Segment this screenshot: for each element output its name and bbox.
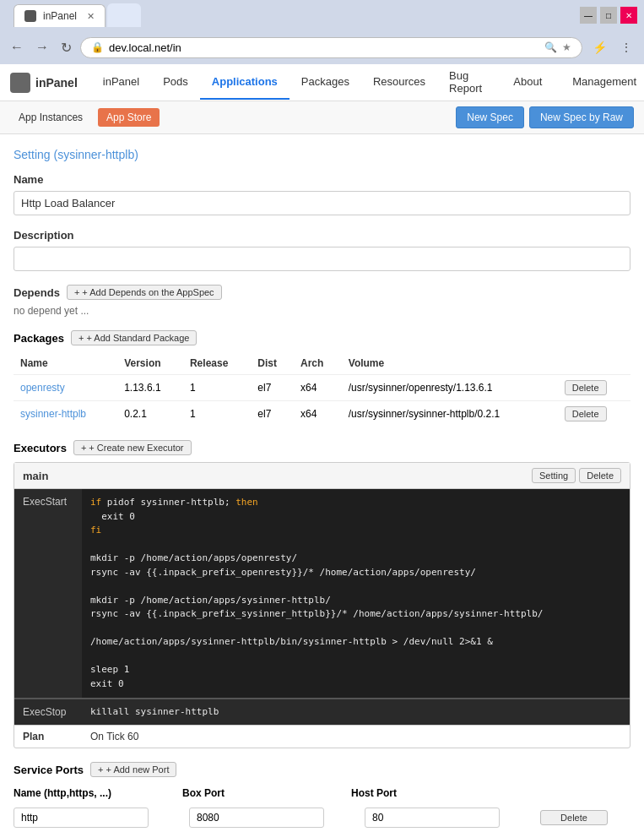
- pkg-name-link-1[interactable]: openresty: [20, 382, 65, 394]
- delete-pkg-1-button[interactable]: Delete: [565, 380, 607, 395]
- pkg-delete-2: Delete: [558, 401, 630, 427]
- nav-management[interactable]: Management: [560, 65, 644, 100]
- table-row: openresty 1.13.6.1 1 el7 x64 /usr/sysinn…: [14, 375, 630, 401]
- pkg-col-actions: [558, 352, 630, 375]
- logo-icon: [10, 73, 30, 93]
- no-depend-text: no depend yet ...: [14, 305, 630, 317]
- nav-item-packages[interactable]: Packages: [290, 65, 361, 100]
- pkg-name-2: sysinner-httplb: [14, 401, 117, 427]
- browser-titlebar: inPanel ✕ — □ ✕: [0, 0, 644, 30]
- sub-nav-app-instances[interactable]: App Instances: [10, 108, 91, 127]
- pkg-dist-2: el7: [251, 401, 294, 427]
- pkg-name-link-2[interactable]: sysinner-httplb: [20, 408, 86, 420]
- pkg-release-2: 1: [183, 401, 251, 427]
- app-logo: inPanel: [10, 73, 78, 93]
- name-input[interactable]: Http Load Balancer: [14, 191, 630, 215]
- minimize-button[interactable]: —: [580, 7, 597, 24]
- forward-button[interactable]: →: [32, 36, 52, 58]
- tab-close-button[interactable]: ✕: [87, 11, 95, 22]
- delete-pkg-2-button[interactable]: Delete: [565, 406, 607, 421]
- pkg-col-dist: Dist: [251, 352, 294, 375]
- nav-bug-report[interactable]: Bug Report: [437, 59, 495, 106]
- tab-favicon: [24, 10, 36, 22]
- menu-button[interactable]: ⋮: [615, 37, 637, 57]
- nav-item-resources[interactable]: Resources: [361, 65, 437, 100]
- executors-section: Executors + + Create new Executor main S…: [14, 440, 630, 748]
- add-standard-package-button[interactable]: + + Add Standard Package: [71, 330, 197, 345]
- browser-tab-active[interactable]: inPanel ✕: [14, 4, 106, 27]
- executor-setting-button[interactable]: Setting: [532, 468, 576, 483]
- exec-stop-row: ExecStop killall sysinner-httplb: [14, 699, 630, 725]
- ports-col-name: Name (http,https, ...): [14, 784, 182, 802]
- ports-col-box: Box Port: [182, 784, 351, 802]
- exec-plan-value: On Tick 60: [90, 731, 138, 742]
- description-label: Description: [14, 229, 630, 242]
- port-name-input-1[interactable]: [14, 808, 149, 828]
- app-nav: inPanel inPanel Pods Applications Packag…: [0, 64, 644, 101]
- depends-header: Depends + + Add Depends on the AppSpec: [14, 285, 630, 300]
- window-controls: — □ ✕: [580, 7, 637, 24]
- exec-start-row: ExecStart if pidof sysinner-httplb; then…: [14, 489, 630, 699]
- pkg-col-name: Name: [14, 352, 117, 375]
- pkg-col-release: Release: [183, 352, 251, 375]
- extension-button[interactable]: ⚡: [587, 37, 612, 57]
- exec-plan-row: Plan On Tick 60: [14, 725, 630, 748]
- create-executor-label: + Create new Executor: [89, 443, 183, 453]
- exec-plan-label: Plan: [23, 731, 90, 742]
- add-depends-button[interactable]: + + Add Depends on the AppSpec: [67, 285, 222, 300]
- delete-port-1-button[interactable]: Delete: [540, 810, 608, 825]
- ports-col-host: Host Port: [351, 784, 520, 802]
- exec-stop-label: ExecStop: [14, 699, 82, 725]
- add-standard-pkg-label: + Add Standard Package: [86, 333, 189, 343]
- tab-bar: inPanel ✕: [7, 3, 148, 27]
- port-box-input-1[interactable]: [189, 808, 324, 828]
- setting-title: Setting (sysinner-httplb): [14, 148, 630, 161]
- bookmark-icon: ★: [562, 41, 571, 53]
- nav-item-applications[interactable]: Applications: [200, 65, 290, 100]
- plus-icon: +: [74, 287, 79, 297]
- nav-right: Bug Report About Management System Admi.…: [437, 59, 644, 106]
- app-container: inPanel inPanel Pods Applications Packag…: [0, 64, 644, 832]
- pkg-version-1: 1.13.6.1: [117, 375, 183, 401]
- maximize-button[interactable]: □: [600, 7, 617, 24]
- description-input[interactable]: [14, 247, 630, 271]
- address-bar[interactable]: 🔒 dev.local.net/in 🔍 ★: [80, 37, 582, 58]
- name-label: Name: [14, 173, 630, 186]
- sub-nav-app-store[interactable]: App Store: [98, 108, 160, 127]
- service-ports-section: Service Ports + + Add new Port Name (htt…: [14, 762, 630, 832]
- executor-delete-button[interactable]: Delete: [579, 468, 621, 483]
- close-button[interactable]: ✕: [620, 7, 637, 24]
- executor-main-content: ExecStart if pidof sysinner-httplb; then…: [14, 489, 630, 725]
- nav-item-pods[interactable]: Pods: [151, 65, 200, 100]
- back-button[interactable]: ←: [7, 36, 27, 58]
- depends-section: Depends + + Add Depends on the AppSpec n…: [14, 285, 630, 317]
- pkg-volume-2: /usr/sysinner/sysinner-httplb/0.2.1: [342, 401, 558, 427]
- pkg-name-1: openresty: [14, 375, 117, 401]
- add-port-label: + Add new Port: [106, 764, 170, 775]
- refresh-button[interactable]: ↻: [57, 36, 75, 59]
- packages-header: Packages + + Add Standard Package: [14, 330, 630, 345]
- create-executor-button[interactable]: + + Create new Executor: [73, 440, 192, 455]
- nav-about[interactable]: About: [501, 65, 554, 100]
- add-depends-label: + Add Depends on the AppSpec: [82, 287, 214, 297]
- port-host-input-1[interactable]: [365, 808, 500, 828]
- executor-main-name: main: [23, 470, 48, 482]
- exec-start-label: ExecStart: [14, 489, 82, 698]
- pkg-col-arch: Arch: [294, 352, 342, 375]
- browser-actions: ⚡ ⋮: [587, 37, 637, 57]
- new-spec-button[interactable]: New Spec: [456, 106, 524, 128]
- sub-nav: App Instances App Store New Spec New Spe…: [0, 101, 644, 134]
- pkg-release-1: 1: [183, 375, 251, 401]
- main-content: Setting (sysinner-httplb) Name Http Load…: [0, 134, 644, 832]
- description-section: Description: [14, 229, 630, 271]
- app-logo-text: inPanel: [35, 76, 78, 90]
- ports-col-action: [520, 784, 587, 802]
- pkg-delete-1: Delete: [558, 375, 630, 401]
- nav-item-inpanel[interactable]: inPanel: [91, 65, 151, 100]
- name-section: Name Http Load Balancer: [14, 173, 630, 215]
- address-input[interactable]: dev.local.net/in: [109, 41, 539, 54]
- plus-icon-pkg: +: [78, 333, 84, 343]
- add-port-button[interactable]: + + Add new Port: [90, 762, 176, 777]
- new-spec-raw-button[interactable]: New Spec by Raw: [529, 106, 634, 128]
- executors-label: Executors: [14, 442, 67, 454]
